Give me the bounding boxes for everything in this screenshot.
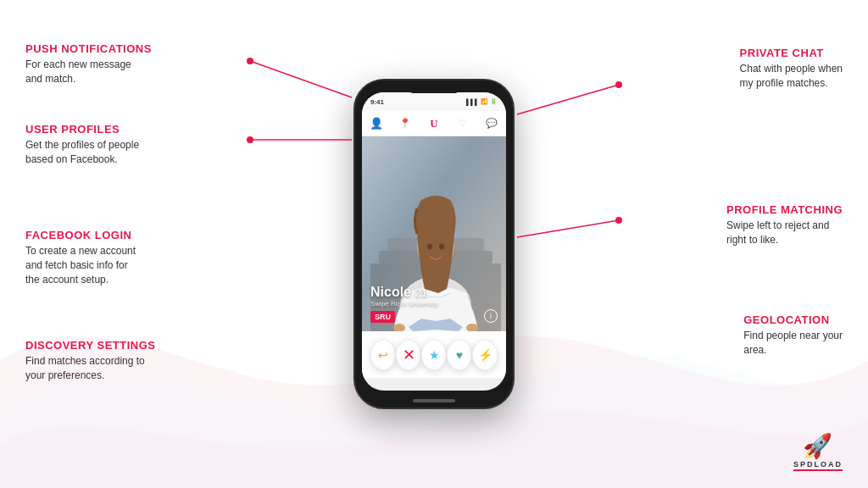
svg-point-7 [427, 244, 432, 250]
user-profiles-title: USER PROFILES [25, 123, 139, 136]
geolocation-feature: GEOLOCATION Find people near yourarea. [743, 313, 843, 358]
super-like-button[interactable]: ★ [421, 340, 447, 370]
nav-logo-icon: U [426, 116, 442, 131]
user-profiles-feature: USER PROFILES Get the profiles of people… [25, 123, 139, 167]
rocket-icon: 🚀 [803, 432, 832, 460]
private-chat-title: PRIVATE CHAT [740, 47, 843, 59]
profile-info-overlay: Nicole 21 Swipe Right University SRU [370, 285, 438, 323]
battery-icon: 🔋 [490, 98, 498, 105]
status-bar: 9:41 ▌▌▌ 📶 🔋 [362, 92, 506, 111]
svg-point-12 [247, 58, 253, 64]
discovery-settings-title: DISCOVERY SETTINGS [25, 339, 155, 352]
spdload-logo: 🚀 SPDLOAD [793, 432, 843, 471]
info-button[interactable]: i [484, 309, 498, 323]
phone-screen: 9:41 ▌▌▌ 📶 🔋 👤 📍 U ♡ 💬 [362, 92, 506, 391]
discovery-settings-desc: Find matches according toyour preference… [25, 354, 155, 383]
phone-notch [409, 85, 459, 93]
svg-point-8 [439, 244, 444, 250]
facebook-login-title: FACEBOOK LOGIN [25, 229, 136, 241]
nav-heart-icon: ♡ [455, 116, 470, 131]
geolocation-title: GEOLOCATION [743, 313, 843, 326]
profile-badge: SRU [370, 311, 395, 323]
logo-text: SPDLOAD [793, 460, 843, 469]
profile-photo-area: Nicole 21 Swipe Right University SRU i [362, 136, 506, 331]
rewind-button[interactable]: ↩ [370, 340, 396, 370]
nav-profile-icon: 👤 [369, 116, 384, 131]
logo-underline [793, 469, 843, 471]
boost-button[interactable]: ⚡ [472, 340, 498, 370]
push-notifications-feature: PUSH NOTIFICATIONS For each new messagea… [25, 42, 152, 86]
home-indicator [413, 399, 455, 402]
app-nav-bar: 👤 📍 U ♡ 💬 [362, 111, 506, 136]
svg-point-16 [615, 217, 622, 224]
private-chat-feature: PRIVATE CHAT Chat with people whenmy pro… [740, 47, 843, 91]
status-icons: ▌▌▌ 📶 🔋 [466, 98, 498, 105]
svg-point-14 [247, 136, 253, 143]
svg-line-15 [517, 220, 619, 237]
profile-age: 21 [415, 286, 426, 299]
nav-chat-icon: 💬 [484, 116, 499, 131]
nav-location-icon: 📍 [398, 116, 413, 131]
nope-button[interactable]: ✕ [396, 340, 421, 370]
profile-school: Swipe Right University [370, 300, 438, 308]
private-chat-desc: Chat with people whenmy profile matches. [740, 62, 843, 91]
phone-outer: 9:41 ▌▌▌ 📶 🔋 👤 📍 U ♡ 💬 [353, 79, 515, 409]
phone-mockup: 9:41 ▌▌▌ 📶 🔋 👤 📍 U ♡ 💬 [353, 79, 515, 409]
push-notifications-title: PUSH NOTIFICATIONS [25, 42, 152, 55]
action-bar: ↩ ✕ ★ ♥ ⚡ [362, 331, 506, 378]
profile-matching-title: PROFILE MATCHING [726, 203, 843, 216]
svg-line-17 [517, 85, 619, 114]
svg-line-11 [250, 61, 352, 97]
profile-name: Nicole 21 [370, 285, 438, 300]
facebook-login-feature: FACEBOOK LOGIN To create a new accountan… [25, 229, 136, 286]
status-time: 9:41 [370, 98, 384, 106]
discovery-settings-feature: DISCOVERY SETTINGS Find matches accordin… [25, 339, 155, 383]
facebook-login-desc: To create a new accountand fetch basic i… [25, 244, 136, 286]
signal-icon: ▌▌▌ [466, 99, 479, 105]
push-notifications-desc: For each new messageand match. [25, 58, 152, 86]
profile-matching-feature: PROFILE MATCHING Swipe left to reject an… [726, 203, 843, 247]
geolocation-desc: Find people near yourarea. [743, 329, 843, 358]
user-profiles-desc: Get the profiles of peoplebased on Faceb… [25, 138, 139, 167]
svg-point-18 [615, 81, 622, 88]
profile-matching-desc: Swipe left to reject andright to like. [726, 219, 843, 247]
like-button[interactable]: ♥ [447, 340, 472, 370]
wifi-icon: 📶 [481, 98, 488, 105]
